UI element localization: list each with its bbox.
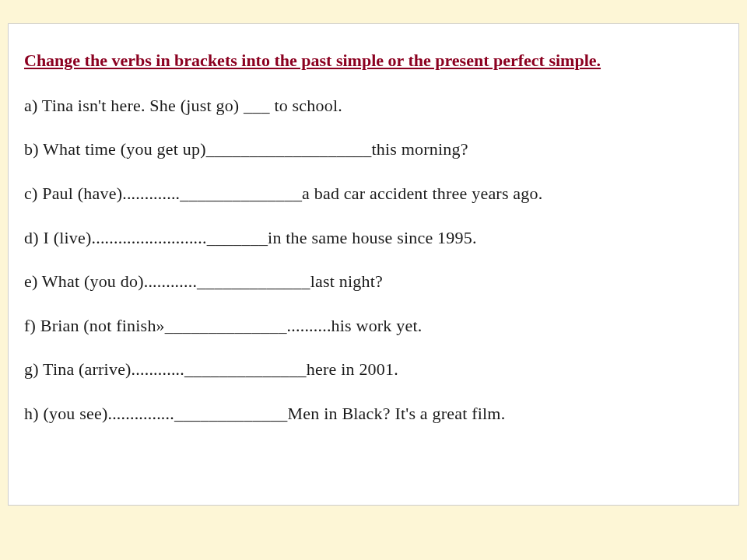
exercise-line-b: b) What time (you get up)_______________… — [24, 138, 723, 161]
exercise-line-a: a) Tina isn't here. She (just go) ___ to… — [24, 95, 723, 117]
exercise-line-c: c) Paul (have)............._____________… — [24, 183, 723, 205]
exercise-line-d: d) I (live)..........................___… — [24, 227, 723, 250]
worksheet-container: Change the verbs in brackets into the pa… — [8, 23, 739, 506]
exercise-line-f: f) Brian (not finish»______________.....… — [24, 315, 723, 338]
exercise-line-g: g) Tina (arrive)............____________… — [24, 359, 723, 381]
exercise-line-h: h) (you see)..............._____________… — [24, 403, 723, 425]
exercise-line-e: e) What (you do)............____________… — [24, 271, 723, 293]
instruction-title: Change the verbs in brackets into the pa… — [24, 49, 723, 73]
